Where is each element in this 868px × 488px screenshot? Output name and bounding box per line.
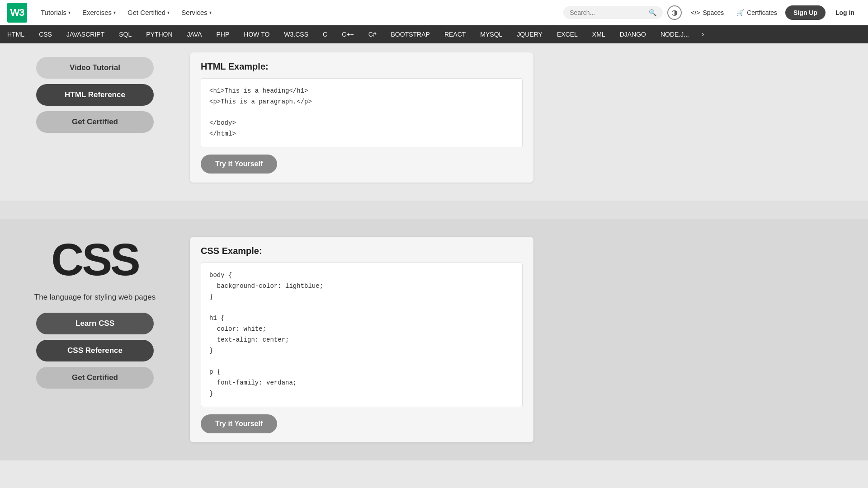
video-tutorial-button[interactable]: Video Tutorial xyxy=(36,57,154,79)
css-right-panel: CSS Example: body { background-color: li… xyxy=(190,237,533,442)
html-reference-button[interactable]: HTML Reference xyxy=(36,84,154,106)
signup-button[interactable]: Sign Up xyxy=(785,5,826,20)
css-code-title: CSS Example: xyxy=(201,246,523,256)
lang-python[interactable]: PYTHON xyxy=(139,25,179,43)
lang-django[interactable]: DJANGO xyxy=(613,25,653,43)
logo[interactable]: W3 xyxy=(7,3,27,23)
lang-mysql[interactable]: MYSQL xyxy=(473,25,509,43)
lang-php[interactable]: PHP xyxy=(209,25,237,43)
lang-java[interactable]: JAVA xyxy=(180,25,209,43)
lang-css[interactable]: CSS xyxy=(32,25,59,43)
theme-toggle-button[interactable]: ◑ xyxy=(667,5,682,20)
services-menu[interactable]: Services ▾ xyxy=(176,5,217,20)
lang-xml[interactable]: XML xyxy=(585,25,613,43)
tutorials-chevron-icon: ▾ xyxy=(68,10,71,15)
exercises-chevron-icon: ▾ xyxy=(113,10,116,15)
certificates-button[interactable]: 🛒 Certficates xyxy=(732,6,782,19)
css-left-panel: CSS The language for styling web pages L… xyxy=(18,237,172,389)
section-divider xyxy=(0,201,868,219)
lang-sql[interactable]: SQL xyxy=(112,25,139,43)
css-tagline: The language for styling web pages xyxy=(34,293,156,302)
main-content: Video Tutorial HTML Reference Get Certif… xyxy=(0,43,868,460)
cart-icon: 🛒 xyxy=(736,9,744,16)
navbar: W3 Tutorials ▾ Exercises ▾ Get Certified… xyxy=(0,0,868,25)
css-try-button[interactable]: Try it Yourself xyxy=(201,414,277,433)
css-logo: CSS xyxy=(51,237,139,282)
html-try-button[interactable]: Try it Yourself xyxy=(201,155,277,174)
html-button-group: Video Tutorial HTML Reference Get Certif… xyxy=(36,57,154,133)
spaces-button[interactable]: </> Spaces xyxy=(686,6,728,19)
nav-right: </> Spaces 🛒 Certficates Sign Up Log in xyxy=(686,5,861,20)
exercises-menu[interactable]: Exercises ▾ xyxy=(77,5,121,20)
lang-w3css[interactable]: W3.CSS xyxy=(277,25,316,43)
certified-chevron-icon: ▾ xyxy=(167,10,170,15)
lang-nodejs[interactable]: NODE.J... xyxy=(653,25,696,43)
language-bar: HTML CSS JAVASCRIPT SQL PYTHON JAVA PHP … xyxy=(0,25,868,43)
lang-more-icon[interactable]: › xyxy=(696,25,709,43)
search-icon[interactable]: 🔍 xyxy=(649,9,656,16)
html-code-title: HTML Example: xyxy=(201,61,523,72)
html-get-certified-button[interactable]: Get Certified xyxy=(36,111,154,133)
search-input[interactable] xyxy=(570,9,645,16)
css-code-block: body { background-color: lightblue; } h1… xyxy=(201,263,523,407)
lang-react[interactable]: REACT xyxy=(437,25,473,43)
tutorials-menu[interactable]: Tutorials ▾ xyxy=(35,5,76,20)
lang-cpp[interactable]: C++ xyxy=(335,25,361,43)
html-left-panel: Video Tutorial HTML Reference Get Certif… xyxy=(18,52,172,133)
html-code-card: HTML Example: <h1>This is a heading</h1>… xyxy=(190,52,533,183)
css-section: CSS The language for styling web pages L… xyxy=(0,219,868,460)
spaces-code-icon: </> xyxy=(691,9,700,16)
lang-csharp[interactable]: C# xyxy=(361,25,384,43)
css-reference-button[interactable]: CSS Reference xyxy=(36,340,154,361)
html-section: Video Tutorial HTML Reference Get Certif… xyxy=(0,43,868,201)
lang-bootstrap[interactable]: BOOTSTRAP xyxy=(384,25,437,43)
lang-excel[interactable]: EXCEL xyxy=(550,25,585,43)
css-code-card: CSS Example: body { background-color: li… xyxy=(190,237,533,442)
logo-w3: W3 xyxy=(10,8,24,18)
css-button-group: Learn CSS CSS Reference Get Certified xyxy=(36,313,154,389)
login-button[interactable]: Log in xyxy=(829,5,861,20)
lang-howto[interactable]: HOW TO xyxy=(236,25,277,43)
logo-box: W3 xyxy=(7,3,27,23)
nav-links: Tutorials ▾ Exercises ▾ Get Certified ▾ … xyxy=(35,5,563,20)
services-chevron-icon: ▾ xyxy=(209,10,212,15)
get-certified-menu[interactable]: Get Certified ▾ xyxy=(122,5,175,20)
html-code-block: <h1>This is a heading</h1> <p>This is a … xyxy=(201,78,523,147)
css-get-certified-button[interactable]: Get Certified xyxy=(36,367,154,389)
lang-jquery[interactable]: JQUERY xyxy=(509,25,550,43)
learn-css-button[interactable]: Learn CSS xyxy=(36,313,154,334)
lang-html[interactable]: HTML xyxy=(0,25,32,43)
lang-javascript[interactable]: JAVASCRIPT xyxy=(59,25,112,43)
search-bar: 🔍 xyxy=(563,6,663,19)
html-right-panel: HTML Example: <h1>This is a heading</h1>… xyxy=(190,52,533,183)
lang-c[interactable]: C xyxy=(316,25,335,43)
